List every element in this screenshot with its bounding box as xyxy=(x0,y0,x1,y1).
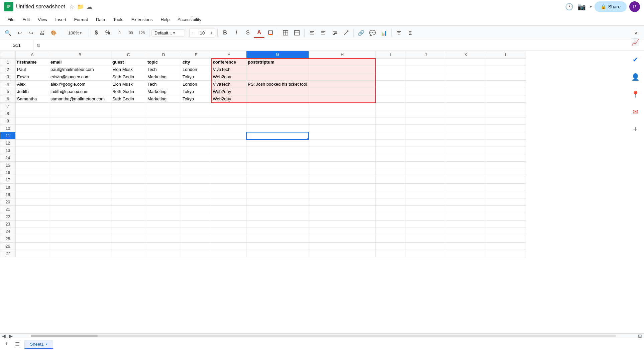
cell-F14[interactable] xyxy=(211,154,246,162)
cell-C8[interactable] xyxy=(111,110,146,117)
row-header-12[interactable]: 12 xyxy=(0,140,16,147)
h-scrollbar-track[interactable] xyxy=(31,335,616,337)
row-header-16[interactable]: 16 xyxy=(0,169,16,176)
cell-A1[interactable]: firstname xyxy=(16,59,49,66)
cell-H13[interactable] xyxy=(309,147,375,154)
cell-H14[interactable] xyxy=(309,154,375,162)
cell-C3[interactable]: Seth Godin xyxy=(111,73,146,81)
cell-L20[interactable] xyxy=(486,198,526,206)
col-header-g[interactable]: G xyxy=(246,51,309,59)
cell-C10[interactable] xyxy=(111,125,146,132)
cell-G24[interactable] xyxy=(246,228,309,235)
cell-H12[interactable] xyxy=(309,140,375,147)
cell-A20[interactable] xyxy=(16,198,49,206)
cell-B13[interactable] xyxy=(49,147,111,154)
cell-H11[interactable] xyxy=(309,132,375,140)
cell-E6[interactable]: Tokyo xyxy=(181,95,211,103)
row-header-23[interactable]: 23 xyxy=(0,221,16,228)
cell-H24[interactable] xyxy=(309,228,375,235)
cell-F27[interactable] xyxy=(211,250,246,257)
cell-A3[interactable]: Edwin xyxy=(16,73,49,81)
sheet-tab-arrow[interactable]: ▾ xyxy=(46,342,47,346)
cell-A2[interactable]: Paul xyxy=(16,66,49,73)
cell-H22[interactable] xyxy=(309,213,375,221)
cell-K2[interactable] xyxy=(446,66,486,73)
cell-H17[interactable] xyxy=(309,176,375,184)
cell-I6[interactable] xyxy=(375,95,406,103)
cell-D1[interactable]: topic xyxy=(146,59,181,66)
row-header-4[interactable]: 4 xyxy=(0,81,16,88)
col-header-a[interactable]: A xyxy=(16,51,49,59)
cell-H27[interactable] xyxy=(309,250,375,257)
cell-F7[interactable] xyxy=(211,103,246,110)
col-header-b[interactable]: B xyxy=(49,51,111,59)
cell-H23[interactable] xyxy=(309,221,375,228)
cell-D24[interactable] xyxy=(146,228,181,235)
cell-J21[interactable] xyxy=(406,206,446,213)
cell-G20[interactable] xyxy=(246,198,309,206)
cell-J1[interactable] xyxy=(406,59,446,66)
cell-I26[interactable] xyxy=(375,243,406,250)
cell-L16[interactable] xyxy=(486,169,526,176)
sheet-tab-1[interactable]: Sheet1 ▾ xyxy=(24,340,53,349)
cell-B19[interactable] xyxy=(49,191,111,198)
cell-F20[interactable] xyxy=(211,198,246,206)
cell-F2[interactable]: VivaTech xyxy=(211,66,246,73)
cell-B25[interactable] xyxy=(49,235,111,243)
cell-C27[interactable] xyxy=(111,250,146,257)
merge-cells-button[interactable] xyxy=(292,27,302,38)
cell-A6[interactable]: Samantha xyxy=(16,95,49,103)
cell-C23[interactable] xyxy=(111,221,146,228)
cell-I22[interactable] xyxy=(375,213,406,221)
cell-D22[interactable] xyxy=(146,213,181,221)
comment-button[interactable]: 💬 xyxy=(367,27,378,38)
cell-J10[interactable] xyxy=(406,125,446,132)
menu-edit[interactable]: Edit xyxy=(19,16,33,23)
cell-D5[interactable]: Marketing xyxy=(146,88,181,95)
cell-G3[interactable] xyxy=(246,73,309,81)
cell-K19[interactable] xyxy=(446,191,486,198)
cell-C21[interactable] xyxy=(111,206,146,213)
cell-I16[interactable] xyxy=(375,169,406,176)
cell-E19[interactable] xyxy=(181,191,211,198)
cell-L25[interactable] xyxy=(486,235,526,243)
cell-L9[interactable] xyxy=(486,117,526,125)
cell-E20[interactable] xyxy=(181,198,211,206)
cell-L2[interactable] xyxy=(486,66,526,73)
cell-D23[interactable] xyxy=(146,221,181,228)
cell-G7[interactable] xyxy=(246,103,309,110)
cell-H6[interactable] xyxy=(309,95,375,103)
cell-J14[interactable] xyxy=(406,154,446,162)
cell-H21[interactable] xyxy=(309,206,375,213)
cell-D26[interactable] xyxy=(146,243,181,250)
menu-accessibility[interactable]: Accessibility xyxy=(174,16,205,23)
row-header-11[interactable]: 11 xyxy=(0,132,16,140)
cell-L21[interactable] xyxy=(486,206,526,213)
cell-L22[interactable] xyxy=(486,213,526,221)
cell-B14[interactable] xyxy=(49,154,111,162)
cell-L1[interactable] xyxy=(486,59,526,66)
cell-B3[interactable]: edwin@spacex.com xyxy=(49,73,111,81)
cell-G25[interactable] xyxy=(246,235,309,243)
cell-E4[interactable]: London xyxy=(181,81,211,88)
cell-K1[interactable] xyxy=(446,59,486,66)
cell-C2[interactable]: Elon Musk xyxy=(111,66,146,73)
row-header-3[interactable]: 3 xyxy=(0,73,16,81)
cell-E23[interactable] xyxy=(181,221,211,228)
decimal-inc-button[interactable]: .00 xyxy=(125,27,136,38)
cell-A9[interactable] xyxy=(16,117,49,125)
cloud-icon[interactable]: ☁ xyxy=(87,3,92,10)
cell-F15[interactable] xyxy=(211,162,246,169)
cell-A12[interactable] xyxy=(16,140,49,147)
chart-button[interactable]: 📊 xyxy=(379,27,389,38)
cell-L13[interactable] xyxy=(486,147,526,154)
cell-G12[interactable] xyxy=(246,140,309,147)
cell-H20[interactable] xyxy=(309,198,375,206)
cell-A24[interactable] xyxy=(16,228,49,235)
cell-H4[interactable] xyxy=(309,81,375,88)
cell-I2[interactable] xyxy=(375,66,406,73)
cell-A22[interactable] xyxy=(16,213,49,221)
cell-G17[interactable] xyxy=(246,176,309,184)
cell-E15[interactable] xyxy=(181,162,211,169)
menu-extensions[interactable]: Extensions xyxy=(128,16,156,23)
